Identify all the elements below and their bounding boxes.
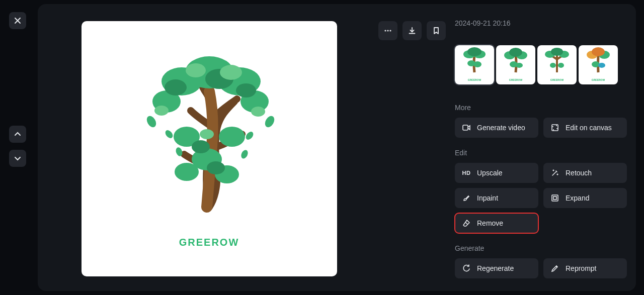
- wand-icon: [550, 168, 559, 177]
- svg-point-16: [220, 65, 242, 80]
- download-icon: [408, 26, 417, 35]
- svg-rect-51: [552, 195, 558, 201]
- svg-point-46: [592, 47, 605, 56]
- svg-rect-50: [552, 125, 558, 131]
- download-button[interactable]: [403, 21, 422, 40]
- svg-point-18: [251, 107, 265, 117]
- retouch-button[interactable]: Retouch: [543, 163, 627, 183]
- timestamp: 2024-09-21 20:16: [455, 19, 627, 27]
- svg-point-28: [389, 30, 391, 31]
- bookmark-icon: [432, 26, 441, 35]
- thumbnail[interactable]: GREEROW: [537, 45, 577, 84]
- reprompt-button[interactable]: Reprompt: [543, 258, 627, 278]
- canvas-icon: [550, 123, 559, 132]
- refresh-icon: [462, 264, 471, 273]
- brush-icon: [462, 193, 471, 203]
- svg-point-38: [516, 63, 523, 68]
- close-icon: [14, 17, 22, 25]
- svg-point-48: [598, 63, 605, 68]
- tree-illustration: [131, 46, 287, 217]
- chevron-down-icon: [14, 154, 22, 162]
- more-options-button[interactable]: [378, 21, 397, 40]
- hd-icon: HD: [462, 168, 471, 177]
- regenerate-button[interactable]: Regenerate: [455, 258, 538, 278]
- svg-point-19: [200, 129, 214, 139]
- next-button[interactable]: [9, 150, 26, 167]
- button-label: Reprompt: [566, 264, 596, 272]
- svg-point-17: [154, 106, 169, 116]
- inpaint-button[interactable]: Inpaint: [455, 188, 538, 208]
- image-caption: GREEROW: [82, 237, 337, 248]
- svg-point-10: [165, 79, 187, 95]
- upscale-button[interactable]: HD Upscale: [455, 163, 538, 183]
- ellipsis-icon: [383, 26, 392, 35]
- thumbnail[interactable]: GREEROW: [579, 45, 618, 84]
- svg-point-43: [558, 63, 564, 68]
- button-label: Remove: [477, 219, 503, 227]
- svg-point-13: [192, 140, 210, 153]
- svg-point-23: [239, 149, 249, 159]
- thumbnail-strip: GREEROW GREEROW GREEROW GREEROW: [455, 45, 627, 84]
- svg-point-26: [384, 30, 386, 31]
- thumb-caption: GREEROW: [579, 78, 618, 81]
- thumb-caption: GREEROW: [496, 78, 535, 81]
- svg-point-33: [473, 61, 481, 67]
- close-button[interactable]: [9, 12, 26, 29]
- svg-point-24: [164, 129, 174, 140]
- button-label: Retouch: [566, 169, 592, 177]
- chevron-up-icon: [14, 130, 22, 138]
- prev-button[interactable]: [9, 126, 26, 143]
- svg-point-12: [236, 83, 256, 97]
- button-label: Upscale: [477, 169, 503, 177]
- svg-rect-52: [553, 196, 556, 200]
- button-label: Expand: [566, 194, 589, 202]
- svg-point-21: [263, 115, 276, 129]
- edit-on-canvas-button[interactable]: Edit on canvas: [543, 118, 627, 138]
- video-icon: [462, 123, 471, 132]
- eraser-icon: [462, 219, 471, 228]
- svg-point-8: [175, 163, 199, 181]
- image-toolbar: [378, 13, 446, 282]
- button-label: Generate video: [477, 124, 525, 132]
- pencil-icon: [550, 264, 559, 273]
- svg-point-36: [509, 48, 522, 57]
- thumbnail[interactable]: GREEROW: [496, 45, 535, 84]
- section-edit-label: Edit: [455, 149, 627, 157]
- svg-point-31: [467, 47, 481, 56]
- svg-point-41: [551, 48, 563, 56]
- remove-button[interactable]: Remove: [455, 213, 538, 233]
- svg-point-20: [145, 115, 158, 129]
- section-generate-label: Generate: [455, 244, 627, 252]
- thumb-caption: GREEROW: [537, 78, 577, 81]
- button-label: Inpaint: [477, 194, 498, 202]
- main-container: GREEROW 2024-09-21 20:16 GREEROW GREEROW: [38, 4, 636, 291]
- section-more-label: More: [455, 104, 627, 112]
- generate-video-button[interactable]: Generate video: [455, 118, 538, 138]
- svg-point-14: [207, 161, 225, 174]
- expand-button[interactable]: Expand: [543, 188, 627, 208]
- svg-rect-49: [463, 125, 468, 130]
- svg-point-6: [219, 127, 245, 147]
- svg-point-25: [244, 130, 255, 141]
- bookmark-button[interactable]: [427, 21, 446, 40]
- thumb-caption: GREEROW: [455, 78, 494, 81]
- thumbnail[interactable]: GREEROW: [455, 45, 494, 84]
- button-label: Edit on canvas: [566, 124, 612, 132]
- svg-point-15: [186, 63, 206, 77]
- image-area: GREEROW: [47, 13, 371, 282]
- main-image[interactable]: GREEROW: [82, 21, 337, 276]
- right-panel: 2024-09-21 20:16 GREEROW GREEROW GREEROW…: [446, 13, 627, 282]
- expand-icon: [550, 193, 559, 203]
- button-label: Regenerate: [477, 264, 514, 272]
- svg-point-27: [387, 30, 388, 31]
- svg-point-42: [550, 63, 556, 68]
